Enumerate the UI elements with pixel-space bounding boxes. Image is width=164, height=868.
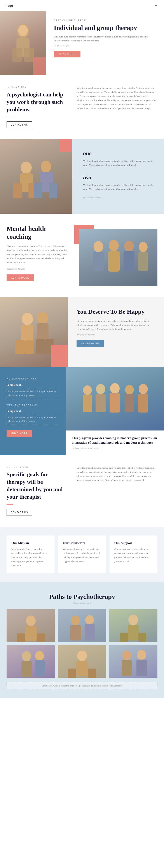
svg-rect-34 bbox=[110, 393, 120, 412]
mission-title: Our Mission bbox=[11, 541, 50, 545]
two-text: Vel fringilla est ullamcorper eget nulla… bbox=[83, 183, 153, 191]
svg-point-55 bbox=[77, 651, 87, 661]
happy-section: You Deserve To Be Happy Ut enim ad minim… bbox=[0, 297, 164, 367]
one-label: one bbox=[83, 150, 153, 157]
navigation: logo ≡ bbox=[0, 0, 164, 11]
path-item-5 bbox=[58, 645, 106, 678]
paths-title: Paths to Psychotherapy bbox=[7, 593, 157, 600]
contact-us-button-goals[interactable]: CONTACT US bbox=[7, 509, 32, 516]
workshops-right: This program provides training in modern… bbox=[66, 367, 164, 455]
mission-text: Making professional counseling accessibl… bbox=[11, 547, 50, 567]
program-title: This program provides training in modern… bbox=[72, 436, 158, 445]
onetwo-content: one Vel fringilla est ullamcorper eget n… bbox=[72, 139, 164, 214]
happy-credit: Images from Freepik bbox=[77, 333, 155, 336]
mission-card: Our Mission Making professional counseli… bbox=[7, 535, 54, 573]
svg-point-51 bbox=[22, 651, 31, 661]
logo: logo bbox=[7, 4, 13, 7]
svg-point-45 bbox=[85, 615, 94, 624]
onetwo-credit: Images from Freepik bbox=[83, 196, 153, 199]
contact-us-button-psych[interactable]: CONTACT US bbox=[7, 121, 32, 128]
svg-rect-44 bbox=[70, 625, 81, 641]
onetwo-image bbox=[0, 139, 72, 214]
svg-rect-16 bbox=[108, 251, 120, 272]
svg-point-15 bbox=[109, 240, 119, 251]
paths-editable[interactable]: Sample text. Click to select the text bo… bbox=[7, 682, 157, 689]
counselors-card: Our Counselors We are passionate and com… bbox=[58, 535, 106, 573]
paths-section: Paths to Psychotherapy Images from Freep… bbox=[0, 582, 164, 698]
psych-text: Vitae tortor condimentum lacinia quis ve… bbox=[77, 86, 157, 111]
path-item-2 bbox=[58, 609, 106, 642]
svg-rect-50 bbox=[138, 632, 146, 642]
two-label: two bbox=[83, 174, 153, 181]
svg-rect-4 bbox=[24, 48, 34, 62]
mental-left: Mental health coaching Give sincere comp… bbox=[7, 225, 68, 286]
svg-point-47 bbox=[128, 615, 138, 625]
svg-rect-36 bbox=[125, 394, 134, 412]
read-more-button[interactable]: READ MORE bbox=[54, 51, 80, 57]
hamburger-icon[interactable]: ≡ bbox=[155, 3, 157, 8]
weekend-title: Sample text. bbox=[7, 409, 59, 413]
svg-point-59 bbox=[122, 651, 131, 660]
weekend-text[interactable]: Click to select the text box. Click agai… bbox=[7, 414, 59, 425]
svg-rect-48 bbox=[128, 625, 139, 641]
svg-rect-58 bbox=[88, 669, 96, 678]
svg-rect-38 bbox=[138, 394, 148, 412]
divider-red bbox=[7, 117, 13, 117]
svg-rect-20 bbox=[138, 252, 148, 271]
svg-rect-40 bbox=[25, 626, 37, 641]
svg-rect-46 bbox=[85, 624, 95, 641]
hero-text: Duis aute irure dolor in reprehenderit i… bbox=[54, 35, 156, 42]
goals-text: Vitae tortor condimentum lacinia quis ve… bbox=[77, 466, 157, 482]
workshops-read-more-button[interactable]: READ MORE bbox=[7, 430, 32, 437]
online-title: Sample text. bbox=[7, 383, 59, 386]
goals-tag: OUR SERVICES bbox=[7, 466, 68, 468]
svg-point-43 bbox=[71, 616, 80, 625]
onetwo-section: one Vel fringilla est ullamcorper eget n… bbox=[0, 139, 164, 214]
paths-grid bbox=[7, 609, 157, 678]
svg-rect-60 bbox=[122, 660, 132, 676]
svg-point-29 bbox=[83, 385, 92, 395]
svg-point-35 bbox=[125, 385, 134, 395]
svg-point-39 bbox=[26, 616, 36, 626]
support-card: Our Support Our support team is always h… bbox=[110, 535, 157, 573]
svg-point-21 bbox=[22, 313, 33, 325]
happy-title: You Deserve To Be Happy bbox=[77, 308, 155, 315]
support-title: Our Support bbox=[114, 541, 153, 545]
hero-content: BEST ONLINE THERAPY Individual and group… bbox=[46, 11, 164, 75]
svg-rect-62 bbox=[136, 659, 147, 676]
hero-image-credit: Image by Freepik bbox=[54, 44, 156, 47]
program-box: This program provides training in modern… bbox=[66, 431, 164, 455]
svg-rect-57 bbox=[68, 669, 76, 678]
mental-learn-more-button[interactable]: LEARN MORE bbox=[7, 274, 34, 281]
workshops-left: ONLINE WORKSHOPS Sample text. Click to s… bbox=[0, 367, 66, 455]
hero-image bbox=[0, 11, 46, 75]
paths-credit: Images from Freepik bbox=[7, 602, 157, 604]
mental-section: Mental health coaching Give sincere comp… bbox=[0, 214, 164, 297]
counselors-text: We are passionate and compassionate prof… bbox=[63, 547, 101, 563]
svg-point-17 bbox=[124, 241, 134, 252]
support-text: Our support team is always here to answe… bbox=[114, 547, 153, 563]
svg-point-37 bbox=[139, 384, 148, 394]
mental-text: Give sincere compliments often. You can … bbox=[7, 244, 68, 265]
happy-text: Ut enim ad minim veniam, quis nostrud ex… bbox=[77, 319, 155, 331]
svg-rect-30 bbox=[83, 395, 92, 412]
online-text[interactable]: Click to select the text box. Click agai… bbox=[7, 388, 59, 399]
svg-point-31 bbox=[96, 384, 105, 394]
program-credit: IMAGE FROM FREEPIK bbox=[72, 447, 158, 450]
goals-section: OUR SERVICES Specific goals for therapy … bbox=[0, 455, 164, 527]
svg-rect-7 bbox=[13, 183, 22, 198]
workshops-img-svg bbox=[77, 377, 153, 421]
svg-rect-42 bbox=[37, 633, 45, 642]
onetwo-person-svg bbox=[8, 150, 65, 209]
psych-right: Vitae tortor condimentum lacinia quis ve… bbox=[77, 86, 157, 128]
mental-img-svg bbox=[85, 231, 151, 284]
path-item-1 bbox=[7, 609, 55, 642]
svg-point-13 bbox=[93, 241, 103, 252]
cards-section: Our Mission Making professional counseli… bbox=[0, 527, 164, 582]
happy-person-svg bbox=[12, 304, 56, 361]
psych-section: INFORMATION A psychologist can help you … bbox=[0, 75, 164, 139]
path-item-4 bbox=[7, 645, 55, 678]
psych-title: A psychologist can help you work through… bbox=[7, 91, 68, 113]
happy-learn-more-button[interactable]: LEARN MORE bbox=[77, 340, 104, 347]
workshops-image bbox=[66, 367, 164, 431]
